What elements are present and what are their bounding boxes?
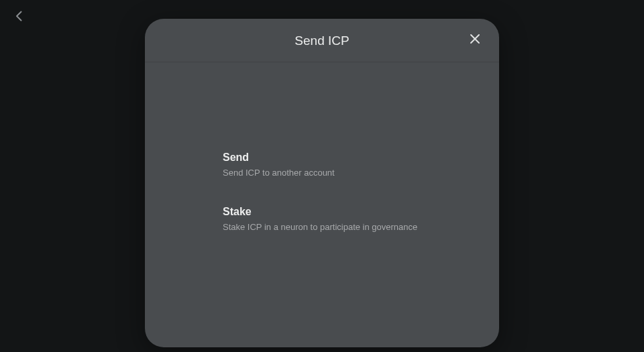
close-icon [470,34,480,47]
close-button[interactable] [467,32,483,48]
option-title: Send [223,152,483,164]
option-desc: Stake ICP in a neuron to participate in … [223,222,483,232]
modal-body: Send Send ICP to another account Stake S… [145,62,499,347]
options-list: Send Send ICP to another account Stake S… [161,152,483,259]
option-title: Stake [223,206,483,218]
back-button[interactable] [11,9,27,25]
modal-title: Send ICP [294,34,349,48]
option-stake[interactable]: Stake Stake ICP in a neuron to participa… [223,206,483,232]
option-send[interactable]: Send Send ICP to another account [223,152,483,178]
option-desc: Send ICP to another account [223,168,483,178]
chevron-left-icon [15,11,22,24]
send-icp-modal: Send ICP Send Send ICP to another accoun… [145,19,499,347]
modal-backdrop: Send ICP Send Send ICP to another accoun… [0,0,644,352]
modal-header: Send ICP [145,19,499,62]
